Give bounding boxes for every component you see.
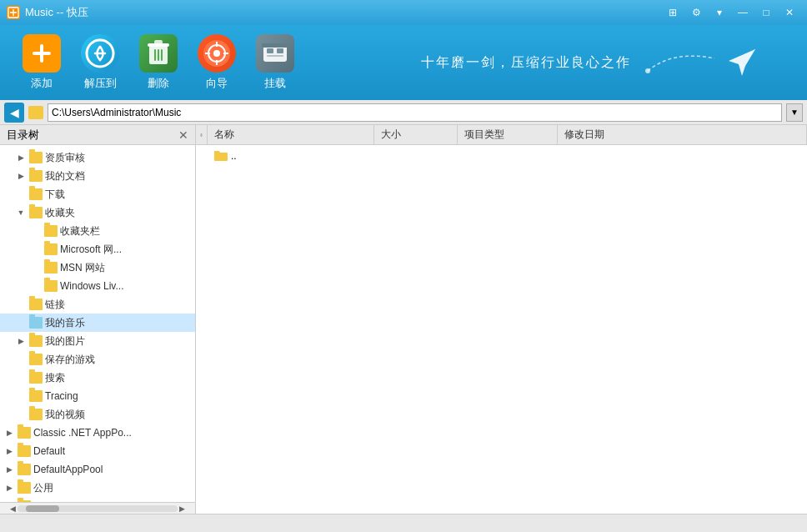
maximize-button[interactable]: □: [755, 4, 777, 21]
address-folder-icon: [28, 106, 43, 119]
grid-button[interactable]: ⊞: [662, 4, 684, 21]
folder-icon: [29, 207, 43, 218]
back-button[interactable]: ◀: [4, 103, 24, 123]
tree-title: 目录树: [7, 128, 39, 143]
file-list-content[interactable]: ..: [196, 145, 807, 514]
folder-icon: [29, 170, 43, 182]
tree-item[interactable]: ▶ 资质审核: [0, 148, 195, 167]
file-list-panel: 名称 大小 项目类型 修改日期 ..: [196, 125, 807, 514]
wizard-button[interactable]: 向导: [192, 34, 242, 91]
settings-button[interactable]: ⚙: [685, 4, 707, 21]
add-label: 添加: [31, 76, 53, 91]
mount-button[interactable]: 挂载: [250, 34, 300, 91]
tree-content[interactable]: ▶ 资质审核 ▶ 我的文档 下载 ▼ 收藏夹: [0, 145, 195, 502]
column-type-label: 项目类型: [464, 128, 504, 142]
expand-icon[interactable]: [15, 354, 27, 365]
tree-item-label: Tracing: [45, 390, 78, 402]
folder-icon: [44, 262, 58, 274]
main-area: 目录树 ✕ ▶ 资质审核 ▶ 我的文档 下载 ▼: [0, 125, 807, 514]
expand-icon[interactable]: [15, 409, 27, 420]
tree-item-label: 我的视频: [45, 408, 85, 422]
expand-icon[interactable]: [30, 225, 42, 237]
tree-item[interactable]: ▶ Default: [0, 442, 195, 460]
svg-rect-19: [277, 48, 283, 53]
expand-icon[interactable]: [30, 280, 42, 292]
folder-icon: [29, 299, 43, 310]
tree-item[interactable]: MSN 网站: [0, 258, 195, 277]
tree-item[interactable]: 我的视频: [0, 405, 195, 424]
status-bar: [0, 514, 807, 532]
address-input[interactable]: [48, 103, 782, 122]
minimize-button[interactable]: —: [732, 4, 754, 21]
tree-item[interactable]: ▶ DefaultAppPool: [0, 460, 195, 479]
expand-icon[interactable]: [30, 262, 42, 274]
address-bar: ◀ ▼: [0, 100, 807, 125]
tree-item-label: 我的文档: [45, 169, 85, 183]
add-button[interactable]: 添加: [17, 34, 67, 91]
tree-item[interactable]: 下载: [0, 185, 195, 203]
tree-item[interactable]: ▼ 收藏夹: [0, 203, 195, 222]
tree-item[interactable]: Microsoft 网...: [0, 240, 195, 258]
column-name-label: 名称: [214, 128, 234, 142]
tree-item[interactable]: 收藏夹栏: [0, 222, 195, 240]
tree-item-label: DefaultAppPool: [33, 464, 103, 475]
expand-icon[interactable]: [15, 188, 27, 200]
extract-button[interactable]: 解压到: [75, 34, 125, 91]
tree-item[interactable]: Windows Liv...: [0, 277, 195, 295]
slogan-text: 十年磨一剑，压缩行业良心之作: [421, 54, 631, 72]
tree-panel: 目录树 ✕ ▶ 资质审核 ▶ 我的文档 下载 ▼: [0, 125, 196, 514]
scroll-left-arrow[interactable]: ◀: [10, 504, 16, 513]
paper-plane-icon: [727, 48, 757, 78]
tree-item-label: 保存的游戏: [45, 353, 95, 367]
folder-icon: [29, 354, 43, 365]
expand-icon[interactable]: [15, 372, 27, 384]
expand-icon[interactable]: ▶: [15, 152, 27, 163]
pin-button[interactable]: ▾: [709, 4, 730, 21]
wizard-icon: [198, 34, 236, 73]
expand-icon[interactable]: ▶: [3, 445, 15, 457]
tree-item[interactable]: ▶ 我的图片: [0, 332, 195, 350]
column-header-name[interactable]: 名称: [208, 125, 374, 144]
tree-item-selected[interactable]: 我的音乐: [0, 314, 195, 332]
tree-item[interactable]: 搜索: [0, 369, 195, 387]
expand-icon[interactable]: ▶: [3, 482, 15, 494]
expand-icon[interactable]: ▶: [15, 335, 27, 347]
delete-icon: [139, 34, 178, 73]
expand-icon[interactable]: [15, 390, 27, 402]
scroll-track[interactable]: [18, 505, 178, 512]
expand-icon[interactable]: ▶: [15, 170, 27, 182]
column-header-date[interactable]: 修改日期: [558, 125, 807, 144]
tree-item[interactable]: ▶ 我的文档: [0, 167, 195, 185]
expand-icon[interactable]: ▶: [3, 427, 15, 439]
column-header-size[interactable]: 大小: [374, 125, 458, 144]
tree-item-label: Classic .NET AppPo...: [33, 427, 132, 439]
tree-item[interactable]: 链接: [0, 295, 195, 314]
tree-item-label: 下载: [45, 188, 65, 202]
tree-item-label: 公用: [33, 481, 53, 495]
close-button[interactable]: ✕: [779, 4, 800, 21]
delete-label: 删除: [148, 76, 169, 91]
tree-item[interactable]: 保存的游戏: [0, 350, 195, 369]
expand-icon[interactable]: [15, 299, 27, 310]
expand-icon[interactable]: ▶: [3, 464, 15, 475]
parent-dir-icon: [214, 150, 228, 162]
tree-item[interactable]: ▶ Classic .NET AppPo...: [0, 424, 195, 442]
column-header-type[interactable]: 项目类型: [458, 125, 558, 144]
tree-close-button[interactable]: ✕: [178, 128, 188, 142]
address-dropdown[interactable]: ▼: [786, 103, 803, 122]
scroll-thumb[interactable]: [26, 505, 59, 512]
expand-icon[interactable]: [30, 243, 42, 255]
window-title: Music -- 快压: [25, 5, 88, 20]
expand-icon[interactable]: [15, 317, 27, 329]
wizard-label: 向导: [206, 76, 228, 91]
tree-item-tracing[interactable]: Tracing: [0, 387, 195, 405]
scroll-right-arrow[interactable]: ▶: [179, 504, 185, 513]
file-item-parent[interactable]: ..: [196, 147, 807, 165]
tree-item[interactable]: ▶ 公用: [0, 479, 195, 497]
delete-button[interactable]: 删除: [133, 34, 183, 91]
tree-item-label: MSN 网站: [60, 261, 105, 275]
folder-icon: [44, 243, 58, 255]
expand-icon[interactable]: ▼: [15, 207, 27, 218]
tree-scrollbar-h[interactable]: ◀ ▶: [0, 502, 195, 514]
svg-rect-2: [33, 52, 51, 55]
